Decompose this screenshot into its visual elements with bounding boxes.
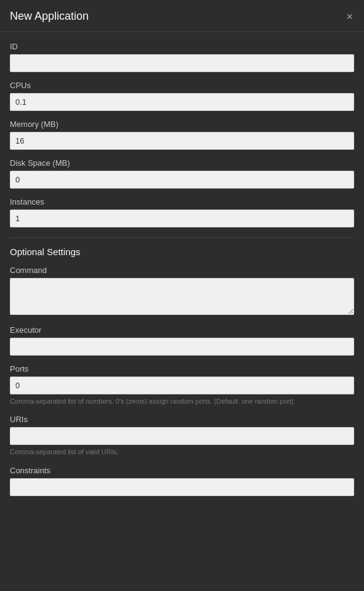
instances-input[interactable] [10,210,354,227]
executor-input[interactable] [10,338,354,356]
ports-label: Ports [10,364,354,373]
dialog-body: ID CPUs Memory (MB) Disk Space (MB) Inst… [0,32,364,515]
command-label: Command [10,266,354,275]
id-field-group: ID [10,42,354,72]
dialog-title: New Application [10,10,89,23]
cpus-input[interactable] [10,93,354,111]
uris-label: URIs [10,415,354,424]
ports-hint: Comma-separated list of numbers. 0's (ze… [10,397,354,406]
instances-field-group: Instances [10,197,354,227]
cpus-field-group: CPUs [10,81,354,111]
uris-input[interactable] [10,427,354,445]
uris-hint-text: Comma-separated list of valid URIs. [10,448,118,455]
command-field-group: Command [10,266,354,317]
executor-label: Executor [10,325,354,335]
close-button[interactable]: × [345,11,354,22]
uris-field-group: URIs Comma-separated list of valid URIs. [10,415,354,457]
memory-label: Memory (MB) [10,120,354,129]
ports-input[interactable] [10,377,354,394]
uris-hint: Comma-separated list of valid URIs. [10,447,354,457]
new-application-dialog: New Application × ID CPUs Memory (MB) Di… [0,0,364,591]
ports-field-group: Ports Comma-separated list of numbers. 0… [10,364,354,406]
dialog-header: New Application × [0,0,364,32]
constraints-label: Constraints [10,466,354,475]
id-label: ID [10,42,354,51]
disk-space-field-group: Disk Space (MB) [10,158,354,189]
constraints-input[interactable] [10,478,354,496]
optional-settings-title: Optional Settings [10,247,354,257]
constraints-field-group: Constraints [10,466,354,496]
section-divider [10,237,354,238]
instances-label: Instances [10,197,354,206]
executor-field-group: Executor [10,325,354,356]
memory-field-group: Memory (MB) [10,120,354,150]
memory-input[interactable] [10,132,354,150]
cpus-label: CPUs [10,81,354,90]
disk-space-label: Disk Space (MB) [10,158,354,168]
ports-hint-text: Comma-separated list of numbers. 0's (ze… [10,397,294,405]
id-input[interactable] [10,54,354,72]
command-textarea[interactable] [10,278,354,315]
disk-space-input[interactable] [10,171,354,189]
